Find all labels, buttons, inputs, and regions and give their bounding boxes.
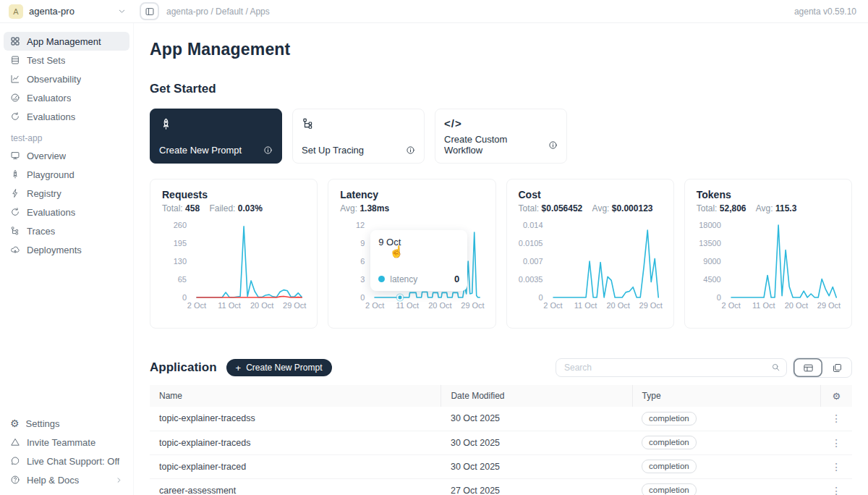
more-menu-icon[interactable]: ⋮ — [831, 437, 841, 449]
app-name[interactable]: topic-explainer-traced — [150, 454, 441, 478]
stat-subtitle: Total: 52,806 Avg: 115.3 — [697, 203, 840, 213]
table-icon — [10, 55, 20, 65]
column-header-date-modified[interactable]: Date Modified — [441, 385, 632, 407]
chat-icon — [10, 456, 20, 466]
info-icon[interactable] — [548, 140, 558, 150]
sidebar-item-evaluations[interactable]: Evaluations — [4, 107, 129, 126]
application-heading: Application — [150, 360, 217, 375]
app-date: 30 Oct 2025 — [441, 454, 632, 478]
stats-row: Requests Total: 458 Failed: 0.03% 260195… — [150, 179, 852, 329]
cost-chart: 0.0140.01050.0070.00350 2 Oct11 Oct20 Oc… — [519, 225, 662, 310]
sidebar-item-test-sets[interactable]: Test Sets — [4, 51, 129, 69]
stat-title: Requests — [162, 189, 305, 200]
create-new-prompt-button[interactable]: + Create New Prompt — [226, 359, 332, 376]
sidebar-item-evaluations-app[interactable]: Evaluations — [4, 203, 129, 221]
table-row[interactable]: topic-explainer-traced 30 Oct 2025 compl… — [150, 454, 852, 478]
create-custom-workflow-card[interactable]: </> Create Custom Workflow — [435, 109, 567, 164]
chart-tooltip: 9 Oct latency 0 — [370, 230, 467, 291]
sidebar-item-deployments[interactable]: Deployments — [4, 240, 129, 259]
get-started-heading: Get Started — [150, 82, 852, 96]
workspace-name: agenta-pro — [29, 6, 111, 17]
column-header-type[interactable]: Type — [632, 385, 820, 407]
app-name[interactable]: career-assessment — [150, 478, 441, 495]
page-title: App Management — [150, 40, 852, 59]
stat-title: Latency — [340, 189, 483, 200]
sidebar-item-live-chat[interactable]: Live Chat Support: Off — [4, 452, 129, 470]
search-box — [556, 358, 787, 377]
column-header-name[interactable]: Name — [150, 385, 441, 407]
panel-left-icon — [145, 7, 155, 17]
requests-chart: 260195130650 2 Oct11 Oct20 Oct29 Oct — [162, 225, 305, 310]
more-menu-icon[interactable]: ⋮ — [831, 412, 841, 424]
gear-icon: ⚙ — [833, 391, 841, 402]
sidebar-item-settings[interactable]: ⚙ Settings — [4, 414, 129, 433]
type-badge: completion — [642, 436, 697, 449]
requests-card: Requests Total: 458 Failed: 0.03% 260195… — [150, 179, 318, 329]
sidebar-item-registry[interactable]: Registry — [4, 184, 129, 203]
stat-subtitle: Total: 458 Failed: 0.03% — [162, 203, 305, 213]
table-row[interactable]: topic-explainer-traceds 30 Oct 2025 comp… — [150, 431, 852, 454]
gear-icon: ⚙ — [10, 418, 20, 428]
application-header: Application + Create New Prompt — [150, 358, 852, 378]
mouse-cursor-icon: ☝ — [389, 245, 404, 258]
chevron-down-icon — [117, 7, 127, 16]
app-date: 27 Oct 2025 — [441, 478, 632, 495]
tokens-chart: 1800013500900045000 2 Oct11 Oct20 Oct29 … — [697, 225, 840, 310]
app-name[interactable]: topic-explainer-traceds — [150, 431, 441, 454]
more-menu-icon[interactable]: ⋮ — [831, 461, 841, 473]
info-icon[interactable] — [263, 145, 273, 155]
sidebar-section-test-app: test-app — [11, 133, 129, 143]
chevron-right-icon — [115, 476, 123, 484]
type-badge: completion — [642, 412, 697, 426]
app-date: 30 Oct 2025 — [441, 407, 632, 431]
more-menu-icon[interactable]: ⋮ — [831, 485, 841, 495]
table-view-button[interactable] — [793, 358, 822, 377]
grid-icon — [10, 36, 20, 46]
sidebar-item-overview[interactable]: Overview — [4, 146, 129, 165]
search-icon — [771, 363, 780, 372]
stat-title: Tokens — [697, 189, 840, 200]
info-icon[interactable] — [406, 145, 415, 155]
search-input[interactable] — [556, 358, 787, 377]
workspace-avatar: A — [9, 4, 23, 19]
triangle-icon — [10, 437, 20, 447]
app-name[interactable]: topic-explainer-tracedss — [150, 407, 441, 431]
sidebar-item-app-management[interactable]: App Management — [4, 32, 129, 51]
code-icon: </> — [444, 117, 558, 130]
get-started-cards: Create New Prompt Set Up Tracing </> Cre… — [150, 109, 852, 164]
workspace-switcher[interactable]: A agenta-pro — [0, 0, 134, 22]
card-view-button[interactable] — [822, 358, 851, 377]
sidebar-item-invite-teammate[interactable]: Invite Teammate — [4, 433, 129, 452]
view-toggle — [793, 358, 852, 378]
cloud-icon — [10, 245, 20, 255]
refresh-icon — [10, 207, 20, 217]
create-new-prompt-card[interactable]: Create New Prompt — [150, 109, 282, 164]
breadcrumb[interactable]: agenta-pro / Default / Apps — [166, 7, 270, 17]
chart-icon — [10, 74, 20, 84]
bolt-icon — [10, 188, 20, 198]
card-view-icon — [832, 363, 843, 373]
sidebar-item-evaluators[interactable]: Evaluators — [4, 88, 129, 107]
app-version: agenta v0.59.10 — [794, 7, 856, 17]
column-settings[interactable]: ⚙ — [820, 385, 852, 407]
stat-title: Cost — [519, 189, 662, 200]
table-row[interactable]: topic-explainer-tracedss 30 Oct 2025 com… — [150, 407, 852, 431]
sidebar-item-playground[interactable]: Playground — [4, 165, 129, 184]
tooltip-series-label: latency — [390, 274, 417, 284]
type-badge: completion — [642, 483, 697, 495]
series-dot-icon — [378, 276, 385, 282]
sidebar-item-observability[interactable]: Observability — [4, 69, 129, 88]
main-content: App Management Get Started Create New Pr… — [134, 23, 868, 495]
sidebar-item-help-docs[interactable]: Help & Docs — [4, 470, 129, 489]
table-row[interactable]: career-assessment 27 Oct 2025 completion… — [150, 478, 852, 495]
stat-subtitle: Total: $0.056452 Avg: $0.000123 — [519, 203, 662, 213]
set-up-tracing-card[interactable]: Set Up Tracing — [292, 109, 425, 164]
tokens-card: Tokens Total: 52,806 Avg: 115.3 18000135… — [684, 179, 852, 329]
tree-icon — [10, 226, 20, 236]
sidebar-toggle-button[interactable] — [140, 2, 159, 20]
plus-icon: + — [236, 363, 242, 373]
app-date: 30 Oct 2025 — [441, 431, 632, 454]
help-icon — [10, 475, 20, 485]
sidebar: App Management Test Sets Observability E… — [0, 23, 134, 495]
sidebar-item-traces[interactable]: Traces — [4, 221, 129, 240]
